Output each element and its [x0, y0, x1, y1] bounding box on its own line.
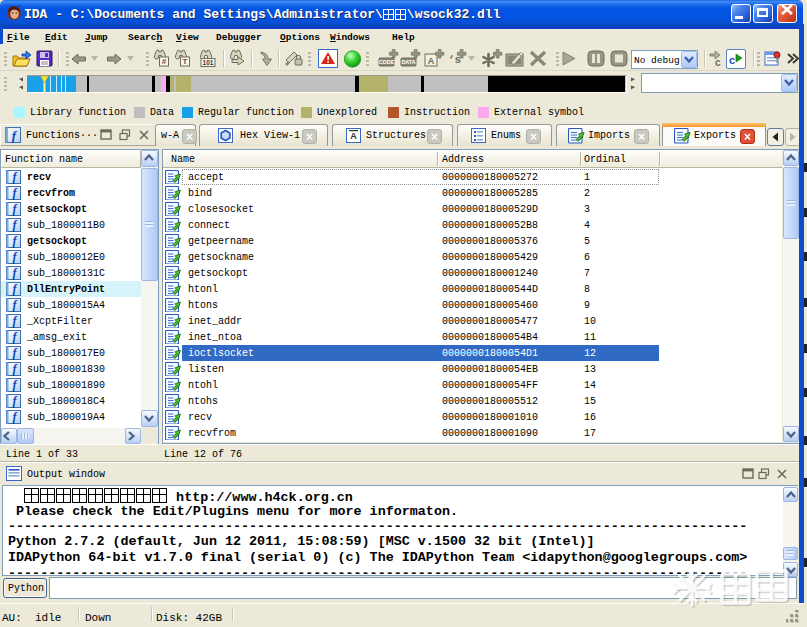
svg-text:c: c — [715, 57, 721, 67]
svg-text:T: T — [183, 57, 188, 66]
svg-text:101: 101 — [203, 59, 214, 66]
svg-text:CODE: CODE — [379, 59, 395, 65]
svg-text:#: # — [162, 57, 167, 66]
svg-text:A: A — [350, 131, 357, 141]
svg-text:‘s: ‘s — [448, 54, 461, 66]
svg-text:DATA: DATA — [401, 59, 415, 65]
svg-text:c: c — [729, 54, 735, 66]
svg-text:A: A — [428, 56, 435, 66]
